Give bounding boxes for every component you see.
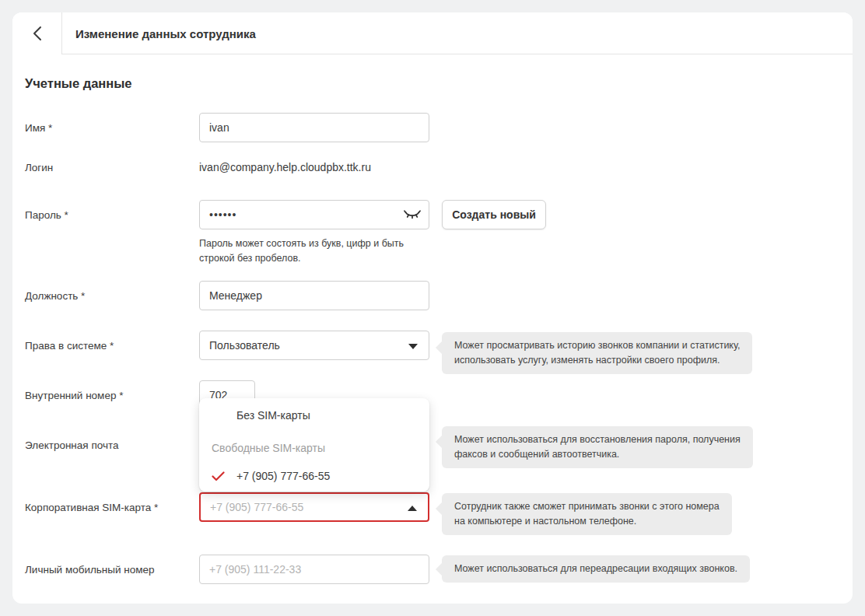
section-title: Учетные данные (25, 76, 132, 91)
name-input[interactable] (199, 113, 429, 142)
personal-mobile-hint-bubble: Может использоваться для переадресации в… (442, 555, 750, 583)
chevron-left-icon (32, 26, 43, 41)
eye-closed-icon (404, 209, 421, 221)
password-label: Пароль * (25, 200, 192, 229)
password-visibility-toggle[interactable] (403, 206, 422, 223)
login-label: Логин (25, 159, 192, 176)
personal-mobile-label: Личный мобильный номер (25, 555, 192, 584)
password-input[interactable] (199, 200, 429, 229)
rights-hint-bubble: Может просматривать историю звонков комп… (442, 332, 752, 374)
sim-option-no-sim[interactable]: Без SIM-карты (199, 401, 429, 429)
employee-edit-card: Изменение данных сотрудника Учетные данн… (12, 12, 853, 604)
header-bar: Изменение данных сотрудника (12, 12, 853, 54)
sim-select[interactable]: +7 (905) 777-66-55 (199, 492, 429, 522)
sim-dropdown-panel: Без SIM-карты Свободные SIM-карты +7 (90… (199, 398, 429, 492)
sim-placeholder: +7 (905) 777-66-55 (210, 501, 303, 513)
name-label: Имя * (25, 113, 192, 142)
password-helper-text: Пароль может состоять из букв, цифр и бы… (199, 236, 404, 266)
email-hint-bubble: Может использоваться для восстановления … (442, 426, 753, 468)
rights-selected-value: Пользователь (209, 339, 280, 352)
email-label: Электронная почта (25, 430, 192, 460)
sim-option-number-label: +7 (905) 777-66-55 (236, 470, 330, 482)
sim-label: Корпоративная SIM-карта * (25, 492, 192, 522)
page-title: Изменение данных сотрудника (75, 12, 256, 54)
checkmark-icon (212, 471, 225, 481)
back-button[interactable] (12, 12, 62, 54)
sim-group-label: Свободные SIM-карты (199, 440, 429, 456)
login-value: ivan@company.help.cloudpbx.ttk.ru (199, 159, 371, 176)
caret-up-icon (408, 506, 417, 511)
password-field-wrap (199, 200, 429, 229)
rights-select[interactable]: Пользователь (199, 331, 429, 360)
extension-label: Внутренний номер * (25, 380, 192, 410)
position-input[interactable] (199, 281, 429, 310)
position-label: Должность * (25, 281, 192, 310)
personal-mobile-input[interactable] (199, 555, 429, 584)
sim-option-number[interactable]: +7 (905) 777-66-55 (199, 462, 429, 490)
create-new-password-button[interactable]: Создать новый (442, 200, 546, 229)
rights-label: Права в системе * (25, 331, 192, 360)
caret-down-icon (408, 344, 418, 349)
sim-hint-bubble: Сотрудник также сможет принимать звонки … (442, 493, 732, 535)
